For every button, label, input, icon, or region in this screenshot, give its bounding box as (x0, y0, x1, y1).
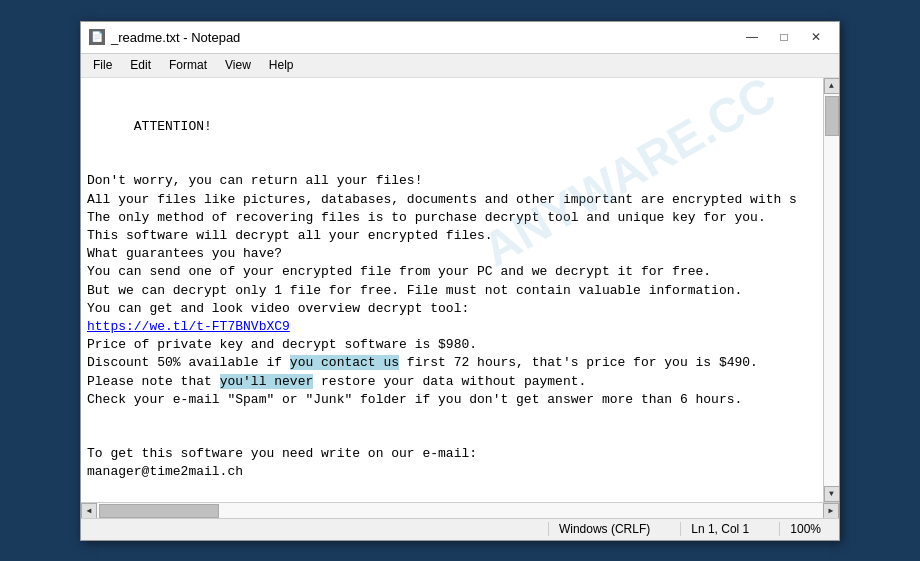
text-attention: ATTENTION! (134, 119, 212, 134)
menu-bar: File Edit Format View Help (81, 54, 839, 78)
status-zoom: 100% (779, 522, 831, 536)
text-content[interactable]: ANYWARE.CC ATTENTION! Don't worry, you c… (81, 78, 823, 502)
menu-help[interactable]: Help (261, 56, 302, 74)
scroll-down-button[interactable]: ▼ (824, 486, 840, 502)
scroll-thumb-x[interactable] (99, 504, 219, 518)
notepad-icon: 📄 (89, 29, 105, 45)
window-controls: — □ ✕ (737, 26, 831, 48)
menu-view[interactable]: View (217, 56, 259, 74)
menu-edit[interactable]: Edit (122, 56, 159, 74)
status-encoding: Windows (CRLF) (548, 522, 660, 536)
watermark: ANYWARE.CC (470, 78, 788, 283)
status-bar: Windows (CRLF) Ln 1, Col 1 100% (81, 518, 839, 540)
maximize-button[interactable]: □ (769, 26, 799, 48)
content-area: ANYWARE.CC ATTENTION! Don't worry, you c… (81, 78, 839, 502)
title-left: 📄 _readme.txt - Notepad (89, 29, 240, 45)
scroll-thumb-y[interactable] (825, 96, 839, 136)
text-url[interactable]: https://we.tl/t-FT7BNVbXC9 (87, 319, 290, 334)
scroll-right-button[interactable]: ▶ (823, 503, 839, 519)
text-highlight-never: you'll never (220, 374, 314, 389)
scroll-track-y[interactable] (824, 94, 839, 486)
title-bar: 📄 _readme.txt - Notepad — □ ✕ (81, 22, 839, 54)
scrollbar-vertical[interactable]: ▲ ▼ (823, 78, 839, 502)
minimize-button[interactable]: — (737, 26, 767, 48)
menu-file[interactable]: File (85, 56, 120, 74)
scroll-track-x[interactable] (97, 503, 823, 518)
text-highlight-contact: you contact us (290, 355, 399, 370)
status-position: Ln 1, Col 1 (680, 522, 759, 536)
text-body5: Reserve e-mail address to contact us: (87, 501, 376, 502)
window-title: _readme.txt - Notepad (111, 30, 240, 45)
menu-format[interactable]: Format (161, 56, 215, 74)
scrollbar-horizontal[interactable]: ◀ ▶ (81, 502, 839, 518)
text-email1: manager@time2mail.ch (87, 464, 243, 479)
close-button[interactable]: ✕ (801, 26, 831, 48)
scroll-left-button[interactable]: ◀ (81, 503, 97, 519)
notepad-window: 📄 _readme.txt - Notepad — □ ✕ File Edit … (80, 21, 840, 541)
scroll-up-button[interactable]: ▲ (824, 78, 840, 94)
text-body: Don't worry, you can return all your fil… (87, 173, 797, 315)
